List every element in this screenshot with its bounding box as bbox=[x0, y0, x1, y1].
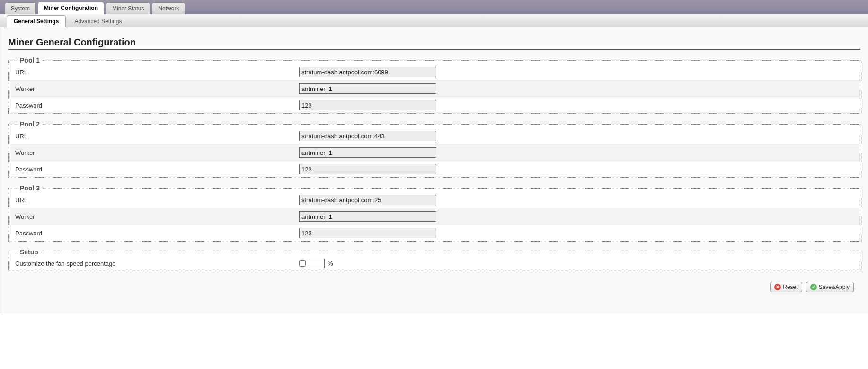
legend-pool-2: Pool 2 bbox=[17, 120, 43, 128]
reset-button[interactable]: ✕ Reset bbox=[770, 282, 802, 292]
input-pool2-worker[interactable] bbox=[299, 147, 436, 158]
label-pool2-password: Password bbox=[15, 166, 299, 173]
tab-network[interactable]: Network bbox=[152, 2, 185, 14]
label-pool3-url: URL bbox=[15, 197, 299, 204]
tab-miner-status[interactable]: Miner Status bbox=[106, 2, 150, 14]
legend-pool-1: Pool 1 bbox=[17, 56, 43, 64]
label-percent-suffix: % bbox=[328, 260, 333, 267]
tab-system[interactable]: System bbox=[5, 2, 36, 14]
label-pool2-url: URL bbox=[15, 133, 299, 140]
input-pool2-password[interactable] bbox=[299, 164, 436, 174]
tab-miner-configuration[interactable]: Miner Configuration bbox=[38, 2, 104, 14]
button-bar: ✕ Reset ✓ Save&Apply bbox=[8, 271, 860, 294]
checkbox-fan-speed[interactable] bbox=[299, 260, 306, 267]
label-pool3-worker: Worker bbox=[15, 213, 299, 220]
input-pool2-url[interactable] bbox=[299, 131, 436, 141]
page-content: Miner General Configuration Pool 1 URL W… bbox=[0, 27, 868, 313]
legend-pool-3: Pool 3 bbox=[17, 184, 43, 192]
page-title: Miner General Configuration bbox=[8, 37, 860, 50]
label-fan-speed: Customize the fan speed percentage bbox=[15, 260, 299, 267]
label-pool3-password: Password bbox=[15, 230, 299, 237]
label-pool1-worker: Worker bbox=[15, 85, 299, 92]
fieldset-pool-2: Pool 2 URL Worker Password bbox=[8, 120, 860, 178]
input-pool1-worker[interactable] bbox=[299, 83, 436, 94]
input-pool3-worker[interactable] bbox=[299, 211, 436, 222]
label-pool1-password: Password bbox=[15, 102, 299, 109]
save-apply-button[interactable]: ✓ Save&Apply bbox=[806, 282, 854, 292]
subtab-general-settings[interactable]: General Settings bbox=[7, 15, 66, 27]
sub-tab-bar: General Settings Advanced Settings bbox=[0, 14, 868, 27]
input-pool3-password[interactable] bbox=[299, 228, 436, 238]
legend-setup: Setup bbox=[17, 248, 41, 256]
fieldset-pool-3: Pool 3 URL Worker Password bbox=[8, 184, 860, 242]
reset-button-label: Reset bbox=[783, 284, 797, 290]
close-icon: ✕ bbox=[774, 284, 781, 290]
save-apply-button-label: Save&Apply bbox=[819, 284, 850, 290]
label-pool1-url: URL bbox=[15, 69, 299, 76]
check-icon: ✓ bbox=[810, 284, 817, 290]
input-pool1-password[interactable] bbox=[299, 100, 436, 110]
fieldset-pool-1: Pool 1 URL Worker Password bbox=[8, 56, 860, 114]
input-fan-speed[interactable] bbox=[309, 259, 325, 268]
input-pool3-url[interactable] bbox=[299, 195, 436, 205]
label-pool2-worker: Worker bbox=[15, 149, 299, 156]
fieldset-setup: Setup Customize the fan speed percentage… bbox=[8, 248, 860, 271]
top-tab-bar: System Miner Configuration Miner Status … bbox=[0, 0, 868, 14]
input-pool1-url[interactable] bbox=[299, 67, 436, 77]
subtab-advanced-settings[interactable]: Advanced Settings bbox=[68, 16, 128, 27]
